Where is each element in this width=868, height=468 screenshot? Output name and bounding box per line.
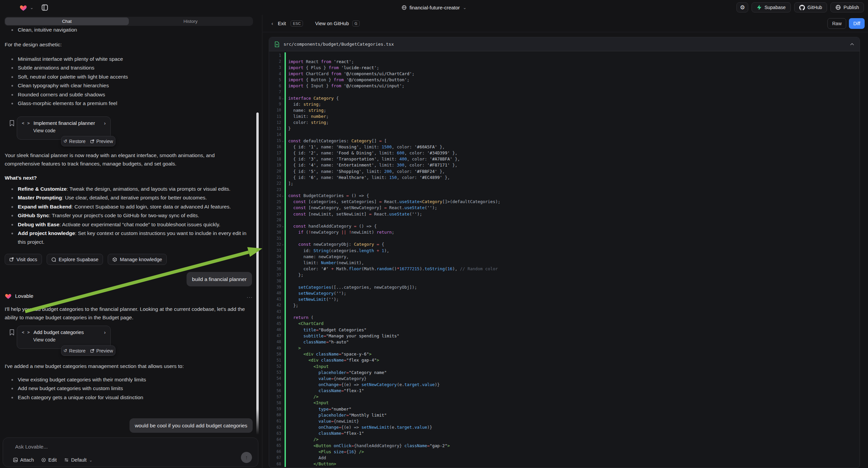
ask-lovable-input[interactable] — [15, 444, 216, 450]
code-line: 26 const [newCategory, setNewCategory] =… — [269, 205, 860, 211]
exit-button[interactable]: Exit — [278, 21, 286, 26]
bullet-dot — [11, 215, 13, 216]
preview-button[interactable]: Preview — [90, 348, 113, 353]
code-line: 39 setCategories([...categories, newCate… — [269, 284, 860, 290]
settings-button[interactable]: ⚙ — [737, 2, 748, 12]
code-line: 38 — [269, 278, 860, 284]
code-line: 36 color: '#' + Math.floor(Math.random()… — [269, 266, 860, 272]
supabase-button[interactable]: Supabase — [751, 2, 790, 12]
code-line: 23 — [269, 186, 860, 193]
code-line: 51 <div className="flex gap-4"> — [269, 357, 860, 363]
code-line: 17 { id: '2', name: 'Food & Dining', lim… — [269, 150, 860, 156]
external-link-icon — [90, 349, 94, 353]
collapse-chevron-icon[interactable] — [850, 43, 854, 46]
code-line: 13} — [269, 125, 860, 131]
code-line: 52 <Input — [269, 363, 860, 369]
input-toolbar: Attach Edit Default ⌄ — [13, 457, 93, 463]
publish-button[interactable]: Publish — [830, 2, 864, 12]
bullet-dot — [11, 85, 13, 87]
code-line: 65 <Button onClick={handleAddCategory} c… — [269, 442, 860, 448]
restore-preview-bar: ↺ Restore Preview — [61, 136, 116, 146]
attach-button[interactable]: Attach — [13, 457, 34, 463]
restore-button[interactable]: ↺ Restore — [63, 348, 86, 353]
code-line: 58 <Input — [269, 400, 860, 406]
code-line: 19 { id: '4', name: 'Entertainment', lim… — [269, 162, 860, 168]
bullet-dot — [11, 94, 13, 96]
preview-button[interactable]: Preview — [90, 139, 113, 144]
mode-selector[interactable]: Default ⌄ — [64, 457, 93, 463]
code-line: 41 setNewLimit(''); — [269, 296, 860, 302]
chat-messages: Clean, intuitive navigation For the desi… — [0, 15, 262, 468]
view-code-link[interactable]: View code — [33, 337, 106, 343]
bullet-dot — [11, 29, 13, 31]
top-actions: ⚙ Supabase GitHub Publish — [737, 2, 864, 12]
package-icon — [113, 257, 117, 262]
code-icon: < > — [22, 330, 30, 335]
assistant-summary: Your sleek financial planner is now read… — [5, 151, 250, 168]
manage-knowledge-button[interactable]: Manage knowledge — [108, 254, 167, 265]
bookmark-icon[interactable] — [9, 120, 15, 126]
code-line: 11 limit: number; — [269, 114, 860, 119]
file-path: src/components/budget/BudgetCategories.t… — [283, 41, 394, 47]
code-line: 22]; — [269, 180, 860, 186]
code-line: 60 placeholder="Monthly limit" — [269, 412, 860, 418]
aesthetic-bullet-list: Minimalist interface with plenty of whit… — [0, 55, 128, 108]
code-line: 3import { Plus } from 'lucide-react'; — [269, 64, 860, 70]
bullet-dot — [11, 76, 13, 78]
list-item: View existing budget categories with the… — [0, 375, 146, 384]
github-button[interactable]: GitHub — [794, 2, 828, 12]
restore-button[interactable]: ↺ Restore — [63, 139, 86, 144]
file-header[interactable]: src/components/budget/BudgetCategories.t… — [269, 37, 860, 51]
file-diff-card: src/components/budget/BudgetCategories.t… — [269, 37, 860, 468]
restore-icon: ↺ — [63, 348, 67, 353]
visit-docs-button[interactable]: Visit docs — [5, 254, 42, 265]
list-item: Clean, intuitive navigation — [0, 26, 77, 34]
assistant-intro: I'll help you add budget categories to t… — [5, 305, 250, 322]
message-menu-button[interactable]: ... — [247, 293, 253, 299]
view-on-github-button[interactable]: View on GitHub G — [315, 21, 360, 27]
whats-next-heading: What's next? — [5, 174, 250, 182]
chat-scrollbar[interactable] — [256, 113, 259, 435]
bullet-dot — [11, 388, 13, 389]
globe-icon — [402, 5, 407, 10]
diff-toggle-button[interactable]: Diff — [849, 18, 865, 29]
code-toolbar-right: Raw Diff — [828, 18, 865, 29]
code-line: 44 return ( — [269, 315, 860, 321]
list-item: Rounded corners and subtle shadows — [0, 90, 128, 99]
code-line: 35 limit: Number(newLimit), — [269, 260, 860, 266]
raw-toggle-button[interactable]: Raw — [828, 18, 846, 29]
esc-key-badge: ESC — [290, 21, 303, 27]
code-line: 43 — [269, 309, 860, 315]
send-button[interactable]: ↑ — [241, 452, 252, 463]
bullet-dot — [11, 233, 13, 234]
code-line: 5import { Button } from '@/components/ui… — [269, 77, 860, 83]
code-line: 28 — [269, 217, 860, 223]
explore-supabase-button[interactable]: Explore Supabase — [46, 254, 103, 265]
code-line: 12 color: string; — [269, 119, 860, 125]
chat-input-box: Attach Edit Default ⌄ — [3, 437, 258, 467]
added-bullet-list: View existing budget categories with the… — [0, 375, 146, 402]
code-line: 31 — [269, 235, 860, 241]
code-line: 62 onChange={(e) => setNewLimit(e.target… — [269, 425, 860, 430]
code-line: 27 const [newLimit, setNewLimit] = React… — [269, 211, 860, 217]
bookmark-icon[interactable] — [9, 329, 15, 336]
code-line: 6import { Input } from '@/components/ui/… — [269, 83, 860, 89]
bullet-dot — [11, 224, 13, 226]
list-item: Add project knowledge: Set key context o… — [0, 229, 249, 247]
code-line: 7 — [269, 89, 860, 95]
external-link-icon — [90, 139, 94, 143]
supabase-label: Supabase — [764, 5, 785, 10]
aesthetic-heading: For the design aesthetic: — [5, 40, 250, 49]
code-line: 30 if (!newCategory || !newLimit) return… — [269, 229, 860, 235]
code-editor[interactable]: 12import React from 'react';3import { Pl… — [269, 51, 860, 467]
code-line: 21 { id: '6', name: 'Healthcare', limit:… — [269, 174, 860, 180]
view-code-link[interactable]: View code — [33, 128, 106, 133]
code-line: 16 { id: '1', name: 'Housing', limit: 15… — [269, 144, 860, 150]
target-icon — [41, 458, 46, 462]
code-line: 24⌄const BudgetCategories = () => { — [269, 193, 860, 199]
code-line: 54 value={newCategory} — [269, 375, 860, 381]
image-icon — [13, 458, 18, 462]
bullet-dot — [11, 397, 13, 399]
whats-next-list: Refine & Customize: Tweak the design, an… — [0, 185, 249, 247]
edit-button[interactable]: Edit — [41, 457, 57, 463]
